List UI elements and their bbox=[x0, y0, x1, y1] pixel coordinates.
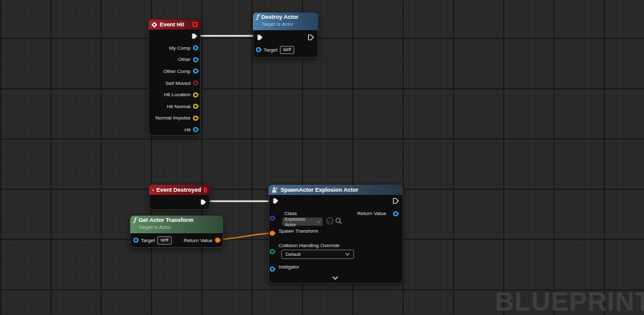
pin-label: Self Moved bbox=[165, 80, 191, 86]
class-dropdown[interactable]: Explosion Actor bbox=[282, 218, 323, 226]
target-value-input[interactable]: self bbox=[280, 46, 294, 54]
pin-label: Other bbox=[178, 57, 191, 62]
instigator-label: Instigator bbox=[279, 264, 299, 270]
return-value-pin[interactable] bbox=[393, 211, 398, 216]
use-selected-asset-icon[interactable]: ← bbox=[326, 218, 333, 224]
node-title: Get Actor Transform bbox=[138, 217, 193, 224]
blueprint-watermark: BLUEPRINT bbox=[495, 289, 644, 315]
blueprint-graph-canvas[interactable]: Event Hit My Comp Other Other Comp Self … bbox=[0, 0, 644, 315]
chevron-down-icon bbox=[317, 221, 320, 223]
transform-wire-getactortransform-spawnactor[interactable] bbox=[216, 233, 273, 240]
pin-label: Hit Location bbox=[164, 92, 191, 97]
pin-label: Other Comp bbox=[163, 69, 191, 74]
node-title: Destroy Actor bbox=[261, 14, 298, 21]
output-pin-self-moved[interactable] bbox=[193, 80, 198, 86]
output-pin-hit[interactable] bbox=[193, 127, 198, 132]
exec-in-pin[interactable] bbox=[257, 34, 264, 41]
node-spawn-actor[interactable]: SpawnActor Explosion Actor Class Explosi… bbox=[269, 185, 403, 284]
exec-out-pin[interactable] bbox=[200, 199, 207, 206]
node-event-hit[interactable]: Event Hit My Comp Other Other Comp Self … bbox=[148, 19, 201, 136]
spawn-transform-label: Spawn Transform bbox=[279, 228, 318, 234]
destroy-actor-header[interactable]: ƒ Destroy Actor Target is Actor bbox=[253, 13, 318, 30]
target-value-input[interactable]: self bbox=[157, 236, 171, 245]
exec-out-pin[interactable] bbox=[191, 33, 198, 40]
output-pin-normal-impulse[interactable] bbox=[193, 116, 198, 121]
target-label: Target bbox=[141, 238, 155, 243]
collision-handling-label: Collision Handling Override bbox=[279, 243, 340, 248]
return-value-label: Return Value bbox=[184, 238, 213, 243]
target-label: Target bbox=[264, 47, 277, 53]
exec-in-pin[interactable] bbox=[272, 197, 279, 204]
class-pin[interactable] bbox=[270, 216, 275, 221]
output-pin-hit-normal[interactable] bbox=[193, 104, 198, 109]
event-icon bbox=[152, 22, 157, 28]
output-pin-hit-location[interactable] bbox=[193, 92, 198, 97]
output-pin-other[interactable] bbox=[193, 57, 198, 62]
output-pin-other-comp[interactable] bbox=[193, 69, 198, 74]
node-subtitle: Target is Actor bbox=[138, 224, 193, 231]
collision-handling-pin[interactable] bbox=[270, 249, 275, 254]
function-icon: ƒ bbox=[256, 14, 258, 20]
class-dropdown-value: Explosion Actor bbox=[285, 216, 314, 228]
target-pin[interactable] bbox=[133, 238, 138, 243]
node-title: Event Hit bbox=[160, 21, 184, 28]
browse-asset-icon[interactable] bbox=[335, 218, 342, 224]
node-title: SpawnActor Explosion Actor bbox=[280, 187, 358, 193]
node-subtitle: Target is Actor bbox=[261, 21, 298, 28]
event-hit-header[interactable]: Event Hit bbox=[148, 19, 201, 30]
get-actor-transform-header[interactable]: ƒ Get Actor Transform Target is Actor bbox=[130, 216, 223, 233]
event-destroyed-header[interactable]: Event Destroyed bbox=[149, 185, 210, 195]
exec-out-pin[interactable] bbox=[308, 34, 314, 41]
function-icon: ƒ bbox=[133, 217, 136, 223]
event-icon bbox=[152, 187, 154, 193]
node-event-destroyed[interactable]: Event Destroyed bbox=[149, 185, 210, 210]
return-value-label: Return Value bbox=[357, 211, 386, 216]
collision-handling-dropdown[interactable]: Default bbox=[281, 250, 354, 259]
pin-label: Normal Impulse bbox=[155, 115, 191, 121]
node-get-actor-transform[interactable]: ƒ Get Actor Transform Target is Actor Ta… bbox=[130, 216, 223, 248]
node-destroy-actor[interactable]: ƒ Destroy Actor Target is Actor Target s… bbox=[253, 13, 318, 58]
pin-label: My Comp bbox=[169, 45, 191, 51]
pin-label: Hit bbox=[184, 127, 191, 133]
spawn-actor-header[interactable]: SpawnActor Explosion Actor bbox=[269, 185, 403, 195]
node-title: Event Destroyed bbox=[157, 187, 201, 193]
output-pin-my-comp[interactable] bbox=[193, 45, 198, 50]
pin-label: Hit Normal bbox=[167, 104, 191, 109]
spawn-transform-pin[interactable] bbox=[270, 231, 275, 236]
spawn-actor-icon bbox=[272, 187, 278, 193]
chevron-down-icon bbox=[345, 253, 350, 256]
instigator-pin[interactable] bbox=[270, 267, 275, 272]
expand-advanced-chevron-icon[interactable] bbox=[332, 276, 338, 280]
delegate-pin[interactable] bbox=[192, 22, 197, 27]
return-value-pin[interactable] bbox=[215, 238, 220, 243]
target-pin[interactable] bbox=[256, 47, 261, 52]
delegate-pin[interactable] bbox=[204, 187, 207, 192]
exec-out-pin[interactable] bbox=[392, 197, 399, 204]
collision-dropdown-value: Default bbox=[286, 251, 301, 257]
